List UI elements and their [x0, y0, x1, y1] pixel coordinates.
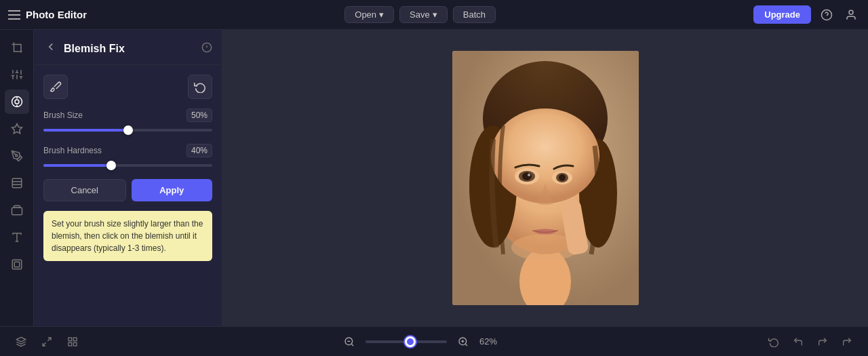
help-button[interactable]: [818, 6, 835, 24]
canvas-area[interactable]: [222, 30, 868, 326]
upgrade-button[interactable]: Upgrade: [753, 5, 811, 24]
sidebar-icon-paint[interactable]: [5, 144, 29, 168]
zoom-out-icon: [344, 336, 355, 347]
svg-line-48: [43, 342, 46, 346]
redo-icon: [817, 336, 828, 347]
expand-button[interactable]: [37, 332, 57, 352]
svg-point-17: [15, 155, 17, 157]
svg-rect-18: [12, 178, 22, 188]
svg-point-40: [528, 174, 530, 176]
top-bar: Photo Editor Open ▾ Save ▾ Batch Upgrade: [0, 0, 868, 30]
grid-icon: [67, 336, 78, 347]
svg-rect-25: [14, 262, 20, 267]
hamburger-icon[interactable]: [8, 10, 20, 20]
tool-icons-row: [43, 75, 212, 99]
svg-rect-21: [12, 207, 22, 215]
layers-button[interactable]: [11, 332, 31, 352]
zoom-percentage: 62%: [479, 336, 507, 347]
tip-box: Set your brush size slightly larger than…: [43, 211, 212, 261]
brush-hardness-thumb[interactable]: [106, 161, 116, 170]
tip-text: Set your brush size slightly larger than…: [52, 219, 203, 253]
zoom-slider-thumb[interactable]: [405, 336, 416, 347]
zoom-slider-track[interactable]: [366, 340, 447, 343]
zoom-in-icon: [458, 336, 469, 347]
save-button[interactable]: Save ▾: [399, 6, 448, 23]
svg-rect-52: [68, 342, 72, 346]
cancel-button[interactable]: Cancel: [43, 179, 126, 201]
zoom-slider-fill: [366, 340, 410, 343]
info-button[interactable]: [201, 42, 212, 56]
back-button[interactable]: [43, 39, 58, 58]
svg-marker-16: [12, 124, 22, 134]
portrait-image: [452, 51, 639, 305]
history-button[interactable]: [764, 332, 784, 352]
user-button[interactable]: [842, 6, 860, 24]
layers-icon: [16, 336, 26, 347]
main-area: Blemish Fix Brush Size 50%: [0, 30, 868, 326]
redo2-button[interactable]: [837, 332, 857, 352]
zoom-in-button[interactable]: [454, 332, 473, 351]
sidebar-icon-frames[interactable]: [5, 252, 29, 277]
svg-rect-49: [68, 338, 72, 341]
grid-button[interactable]: [62, 332, 83, 352]
brush-size-track: [43, 129, 212, 132]
svg-line-54: [351, 344, 353, 346]
help-icon: [821, 9, 833, 21]
brush-size-thumb[interactable]: [123, 125, 133, 135]
svg-point-13: [15, 100, 19, 104]
brush-hardness-label: Brush Hardness: [43, 146, 102, 155]
sidebar-icon-layers[interactable]: [5, 171, 29, 195]
expand-icon: [41, 336, 52, 347]
blemish-fix-panel: Blemish Fix Brush Size 50%: [34, 30, 222, 326]
panel-title: Blemish Fix: [64, 43, 196, 55]
chevron-down-icon: ▾: [379, 9, 384, 20]
sidebar-icon-overlays[interactable]: [5, 198, 29, 222]
batch-button[interactable]: Batch: [453, 6, 496, 23]
reset-tool-button[interactable]: [188, 75, 212, 99]
open-button[interactable]: Open ▾: [344, 6, 394, 23]
apply-button[interactable]: Apply: [132, 179, 213, 201]
sidebar-icon-retouch[interactable]: [5, 90, 29, 114]
bottom-center: 62%: [340, 332, 507, 351]
history-icon: [768, 336, 779, 347]
topbar-left: Photo Editor: [8, 9, 87, 20]
svg-point-2: [849, 10, 853, 14]
user-icon: [845, 9, 857, 21]
brush-tool-button[interactable]: [43, 75, 68, 99]
svg-line-47: [47, 338, 51, 341]
svg-rect-24: [12, 260, 22, 269]
info-icon: [201, 42, 212, 53]
panel-header: Blemish Fix: [34, 30, 222, 65]
back-arrow-icon: [45, 41, 57, 53]
bottom-right: [764, 332, 857, 352]
undo-button[interactable]: [788, 332, 808, 352]
brush-size-row: Brush Size 50%: [43, 108, 212, 122]
action-row: Cancel Apply: [43, 179, 212, 201]
bottom-left: [11, 332, 83, 352]
svg-rect-50: [73, 338, 77, 341]
svg-line-57: [465, 344, 467, 346]
topbar-center: Open ▾ Save ▾ Batch: [87, 6, 753, 23]
bottom-bar: 62%: [0, 326, 868, 356]
zoom-out-button[interactable]: [340, 332, 359, 351]
brush-hardness-group: Brush Hardness 40%: [43, 144, 212, 170]
svg-marker-46: [16, 337, 25, 342]
sidebar-icon-text[interactable]: [5, 225, 29, 250]
topbar-right: Upgrade: [753, 5, 860, 24]
reset-icon: [194, 81, 206, 93]
undo-icon: [793, 336, 804, 347]
svg-rect-51: [73, 342, 77, 346]
left-sidebar: [0, 30, 34, 326]
sidebar-icon-effects[interactable]: [5, 117, 29, 141]
sidebar-icon-crop[interactable]: [5, 35, 29, 60]
brush-size-label: Brush Size: [43, 111, 83, 120]
canvas-image-wrapper: [222, 30, 868, 326]
chevron-down-icon: ▾: [433, 9, 437, 20]
brush-hardness-track: [43, 164, 212, 167]
svg-point-39: [522, 172, 532, 180]
redo2-icon: [842, 336, 852, 347]
svg-point-43: [559, 174, 566, 181]
redo-button[interactable]: [812, 332, 833, 352]
photo-canvas[interactable]: [452, 51, 639, 305]
sidebar-icon-adjust[interactable]: [5, 62, 29, 87]
